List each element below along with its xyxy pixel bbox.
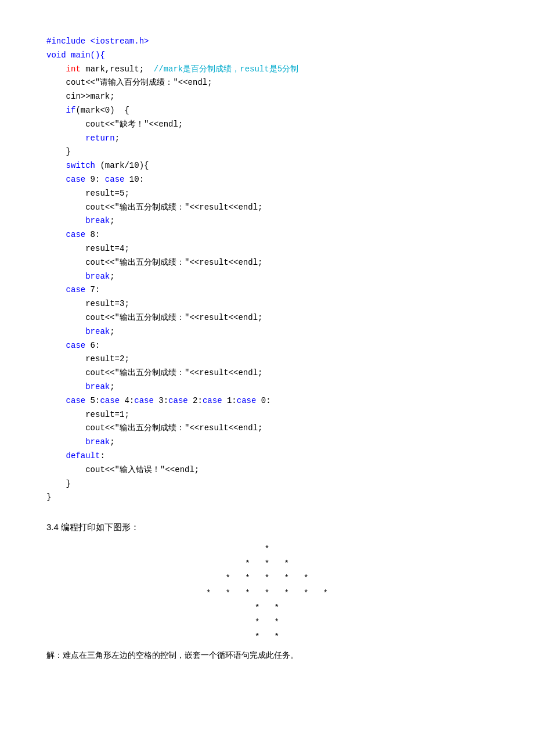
code-line-main: void main(){ xyxy=(46,49,488,63)
code-line-cout-absent: cout<<"缺考！"<<endl; xyxy=(46,118,488,132)
code-line-if: if(mark<0) { xyxy=(46,104,488,118)
explanation-text: 解：难点在三角形左边的空格的控制，嵌套一个循环语句完成此任务。 xyxy=(46,650,488,661)
code-line-cout5a: cout<<"输出五分制成绩："<<result<<endl; xyxy=(46,201,488,215)
star-line-5: * * xyxy=(46,601,488,615)
code-line-case8: case 8: xyxy=(46,228,488,242)
code-line-cout-err: cout<<"输入错误！"<<endl; xyxy=(46,463,488,477)
code-line-return: return; xyxy=(46,132,488,146)
star-line-1: * xyxy=(46,542,488,557)
include-directive: #include <iostream.h> xyxy=(46,37,149,46)
code-line-break2: break; xyxy=(46,270,488,284)
code-line-case7: case 7: xyxy=(46,283,488,297)
code-line-result5: result=5; xyxy=(46,187,488,201)
code-line-cout1: cout<<"请输入百分制成绩："<<endl; xyxy=(46,76,488,90)
section-title: 3.4 编程打印如下图形： xyxy=(46,522,488,533)
code-line-result4: result=4; xyxy=(46,242,488,256)
code-line-switch-close: } xyxy=(46,477,488,491)
code-line-case5-0: case 5:case 4:case 3:case 2:case 1:case … xyxy=(46,394,488,408)
code-line-if-close: } xyxy=(46,145,488,159)
code-line-include: #include <iostream.h> xyxy=(46,35,488,49)
code-line-break3: break; xyxy=(46,325,488,339)
code-line-case6: case 6: xyxy=(46,339,488,353)
code-line-switch: switch (mark/10){ xyxy=(46,159,488,173)
code-line-cout5d: cout<<"输出五分制成绩："<<result<<endl; xyxy=(46,366,488,380)
code-line-cout5b: cout<<"输出五分制成绩："<<result<<endl; xyxy=(46,256,488,270)
star-line-7: * * xyxy=(46,630,488,645)
code-line-cin: cin>>mark; xyxy=(46,90,488,104)
code-line-result1: result=1; xyxy=(46,408,488,422)
star-line-2: * * * xyxy=(46,557,488,571)
code-line-default: default: xyxy=(46,449,488,463)
code-line-result3: result=3; xyxy=(46,297,488,311)
star-line-4: * * * * * * * xyxy=(46,586,488,601)
star-pattern: * * * * * * * * * * * * * * * * * * * * … xyxy=(46,542,488,645)
code-line-main-close: } xyxy=(46,491,488,505)
main-decl: void main(){ xyxy=(46,51,105,60)
code-line-break4: break; xyxy=(46,380,488,394)
star-line-3: * * * * * xyxy=(46,571,488,586)
code-line-cout5c: cout<<"输出五分制成绩："<<result<<endl; xyxy=(46,311,488,325)
code-line-var: int mark,result; //mark是百分制成绩，result是5分制 xyxy=(46,63,488,77)
code-line-result2: result=2; xyxy=(46,352,488,366)
code-block: #include <iostream.h> void main(){ int m… xyxy=(46,35,488,505)
code-line-break1: break; xyxy=(46,214,488,228)
code-line-case9-10: case 9: case 10: xyxy=(46,173,488,187)
section-34: 3.4 编程打印如下图形： * * * * * * * * * * * * * … xyxy=(46,522,488,661)
code-line-break5: break; xyxy=(46,435,488,449)
code-line-cout5e: cout<<"输出五分制成绩："<<result<<endl; xyxy=(46,422,488,435)
star-line-6: * * xyxy=(46,615,488,630)
